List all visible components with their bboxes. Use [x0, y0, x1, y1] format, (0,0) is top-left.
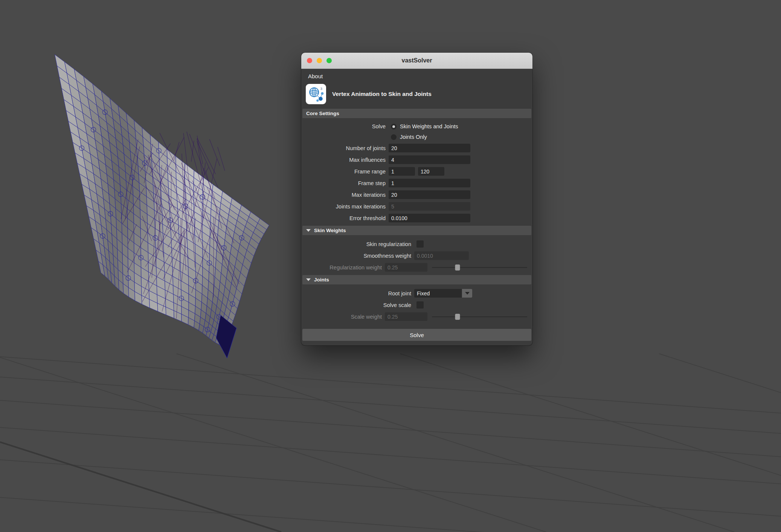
core-settings-rows: Solve Skin Weights and Joints Joints Onl… — [301, 118, 532, 226]
joints-max-iterations-row: Joints max iterations — [301, 201, 529, 212]
smoothness-weight-row: Smoothness weight — [301, 250, 529, 261]
menubar: About — [301, 69, 532, 83]
scale-weight-row: Scale weight — [301, 311, 529, 322]
maya-viewport[interactable]: vastSolver About 3 — [0, 0, 781, 532]
max-iterations-row: Max iterations — [301, 189, 529, 201]
solve-label: Solve — [301, 123, 389, 129]
radio-skin-weights-and-joints[interactable] — [391, 124, 397, 129]
slider-track — [432, 267, 527, 268]
frame-step-input[interactable] — [389, 179, 470, 187]
section-core-settings: Core Settings — [302, 109, 531, 118]
frame-range-start-input[interactable] — [389, 167, 415, 176]
chevron-down-icon — [465, 292, 470, 295]
app-title: Vertex Animation to Skin and Joints — [332, 91, 432, 97]
solve-scale-label: Solve scale — [301, 302, 414, 308]
radio-label-joints-only: Joints Only — [400, 134, 427, 140]
collapse-triangle-icon — [306, 278, 311, 281]
vastsolver-window: vastSolver About 3 — [301, 53, 532, 345]
solve-button[interactable]: Solve — [302, 329, 531, 341]
core-settings-title: Core Settings — [306, 111, 339, 116]
solve-mode-row: Solve Skin Weights and Joints — [301, 121, 529, 132]
minimize-button[interactable] — [317, 58, 322, 63]
smoothness-weight-label: Smoothness weight — [301, 253, 414, 259]
max-influences-label: Max influences — [301, 157, 389, 163]
error-threshold-label: Error threshold — [301, 215, 389, 221]
solve-scale-row: Solve scale — [301, 299, 529, 311]
max-influences-input[interactable] — [389, 155, 470, 164]
regularization-weight-row: Regularization weight — [301, 261, 529, 273]
regularization-weight-input — [385, 263, 427, 272]
number-of-joints-row: Number of joints — [301, 142, 529, 154]
zoom-button[interactable] — [326, 58, 332, 63]
root-joint-row: Root joint Fixed — [301, 287, 529, 299]
icon-badge: 3 — [320, 87, 322, 91]
frame-range-row: Frame range — [301, 166, 529, 177]
max-iterations-input[interactable] — [389, 190, 470, 199]
solve-mode-row: Joints Only — [301, 132, 529, 142]
app-logo-icon: 3 — [306, 84, 326, 104]
joints-max-iterations-label: Joints max iterations — [301, 204, 389, 210]
radio-joints-only[interactable] — [391, 134, 397, 140]
traffic-lights — [301, 58, 332, 63]
regularization-weight-label: Regularization weight — [301, 264, 385, 271]
app-header: 3 Vertex Animation to Skin and Joints — [301, 83, 532, 109]
max-influences-row: Max influences — [301, 154, 529, 166]
frame-step-label: Frame step — [301, 180, 389, 186]
frame-range-label: Frame range — [301, 169, 389, 175]
frame-range-end-input[interactable] — [418, 167, 444, 176]
error-threshold-input[interactable] — [389, 214, 470, 222]
slider-handle[interactable] — [455, 314, 460, 320]
window-title: vastSolver — [301, 57, 532, 64]
joints-max-iterations-input — [389, 202, 470, 211]
scale-weight-input — [385, 312, 427, 321]
root-joint-label: Root joint — [301, 290, 414, 296]
regularization-weight-slider — [432, 264, 527, 271]
skin-regularization-label: Skin regularization — [301, 241, 414, 247]
slider-track — [432, 316, 527, 317]
scale-weight-label: Scale weight — [301, 314, 385, 320]
cloth-wireframe-mesh — [55, 55, 269, 358]
joints-rows: Root joint Fixed Solve scale Scale weigh… — [301, 284, 532, 324]
number-of-joints-input[interactable] — [389, 144, 470, 152]
dropdown-button[interactable] — [462, 289, 472, 298]
joints-title: Joints — [314, 277, 329, 283]
scale-weight-slider — [432, 313, 527, 321]
close-button[interactable] — [307, 58, 312, 63]
collapse-triangle-icon — [306, 229, 311, 232]
section-joints[interactable]: Joints — [302, 275, 531, 284]
ground-grid — [0, 354, 781, 532]
skin-weights-title: Skin Weights — [314, 228, 346, 233]
solve-scale-checkbox[interactable] — [416, 301, 424, 309]
frame-step-row: Frame step — [301, 177, 529, 189]
max-iterations-label: Max iterations — [301, 192, 389, 198]
skin-regularization-row: Skin regularization — [301, 238, 529, 250]
number-of-joints-label: Number of joints — [301, 145, 389, 151]
smoothness-weight-input — [414, 251, 469, 260]
section-skin-weights[interactable]: Skin Weights — [302, 226, 531, 235]
root-joint-value: Fixed — [414, 289, 462, 298]
error-threshold-row: Error threshold — [301, 212, 529, 224]
slider-handle[interactable] — [455, 264, 460, 271]
window-titlebar[interactable]: vastSolver — [301, 53, 532, 69]
root-joint-dropdown[interactable]: Fixed — [414, 289, 472, 298]
menu-about[interactable]: About — [308, 73, 323, 79]
radio-label-skin-weights-and-joints: Skin Weights and Joints — [400, 123, 458, 129]
skin-weights-rows: Skin regularization Smoothness weight Re… — [301, 235, 532, 275]
skin-regularization-checkbox[interactable] — [416, 240, 424, 248]
